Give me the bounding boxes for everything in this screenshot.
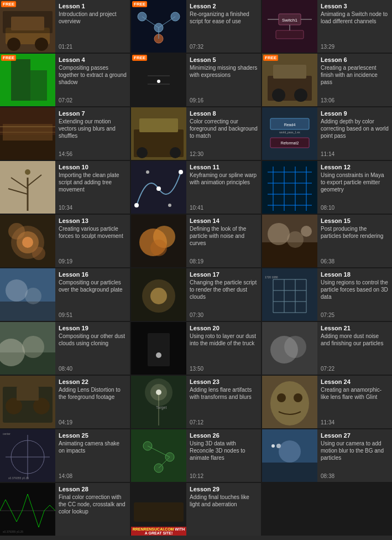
lesson-thumbnail-28: x0.379355 y0.25 <box>0 483 55 536</box>
lesson-duration: 08:10 <box>321 205 389 211</box>
lesson-item-7[interactable]: Lesson 7Extending our motion vectors usi… <box>0 107 130 160</box>
lesson-item-8[interactable]: Lesson 8Color correcting our foreground … <box>131 107 261 160</box>
lesson-info-9: Lesson 9Adding depth by color correcting… <box>317 107 392 160</box>
lesson-item-25[interactable]: x0.379355 y0.25centerLesson 25Animating … <box>0 429 130 482</box>
svg-point-55 <box>25 169 30 175</box>
lesson-item-14[interactable]: Lesson 14Defining the look of the partic… <box>131 215 261 267</box>
lesson-item-24[interactable]: Lesson 24Creating an anamorphic-like len… <box>262 376 392 428</box>
lesson-duration: 14:56 <box>59 151 127 157</box>
lesson-number: Lesson 28 <box>59 486 127 492</box>
svg-text:1720 1080: 1720 1080 <box>265 276 278 279</box>
svg-point-74 <box>22 237 33 248</box>
lesson-item-9[interactable]: Read4world_pass_1.exReformat2Lesson 9Add… <box>262 107 392 160</box>
lesson-item-10[interactable]: Lesson 10Importing the clean plate scrip… <box>0 161 130 214</box>
lesson-item-22[interactable]: Lesson 22Adding Lens Distortion to the f… <box>0 376 130 428</box>
lesson-info-11: Lesson 11Keyframing our spline warp with… <box>186 161 261 214</box>
svg-point-61 <box>168 204 171 207</box>
lesson-number: Lesson 26 <box>190 432 258 439</box>
lesson-thumbnail-2: FREE <box>131 0 186 53</box>
lesson-title: Re-organizing a finished script for ease… <box>190 11 258 42</box>
svg-point-125 <box>270 381 309 425</box>
svg-point-109 <box>156 352 161 358</box>
lesson-item-5[interactable]: FREELesson 5Minimizing missing shaders w… <box>131 54 261 106</box>
lesson-item-4[interactable]: FREELesson 4Compositing passes together … <box>0 54 130 106</box>
lesson-title: Compositing our particles over the backg… <box>59 279 127 310</box>
lesson-number: Lesson 12 <box>321 164 389 170</box>
lesson-thumbnail-24 <box>262 376 317 428</box>
lesson-item-11[interactable]: Lesson 11Keyframing our spline warp with… <box>131 161 261 214</box>
svg-rect-108 <box>148 333 170 366</box>
svg-point-84 <box>287 231 304 248</box>
lesson-item-19[interactable]: Lesson 19Compositing our other dust clou… <box>0 322 130 375</box>
lesson-info-25: Lesson 25Animating camera shake on impac… <box>55 429 130 482</box>
lesson-info-24: Lesson 24Creating an anamorphic-like len… <box>317 376 392 428</box>
lesson-item-2[interactable]: FREELesson 2Re-organizing a finished scr… <box>131 0 261 53</box>
lesson-number: Lesson 15 <box>321 217 389 224</box>
svg-point-75 <box>8 223 25 240</box>
lesson-thumbnail-26 <box>131 429 186 482</box>
lesson-number: Lesson 2 <box>190 3 258 9</box>
lesson-item-18[interactable]: 1720 1080Lesson 18Using regions to contr… <box>262 268 392 321</box>
lesson-item-6[interactable]: FREELesson 6Creating a pearlescent finis… <box>262 54 392 106</box>
lesson-title: Using regions to control the particle fo… <box>321 279 389 310</box>
lesson-item-3[interactable]: Switch1Lesson 3Animating a Switch node t… <box>262 0 392 53</box>
lesson-item-1[interactable]: FREELesson 1Introduction and project ove… <box>0 0 130 53</box>
svg-point-92 <box>150 288 167 304</box>
lesson-title: Using our camera to add motion blur to t… <box>321 440 389 471</box>
lesson-title: Compositing our other dust clouds using … <box>59 333 127 364</box>
lesson-thumbnail-3: Switch1 <box>262 0 317 53</box>
lesson-info-19: Lesson 19Compositing our other dust clou… <box>55 322 130 375</box>
svg-rect-5 <box>3 11 53 33</box>
lesson-info-23: Lesson 23Adding lens flare artifacts wit… <box>186 376 261 428</box>
svg-text:x0.379355 y0.25: x0.379355 y0.25 <box>3 530 23 533</box>
lesson-duration: 08:19 <box>190 258 258 264</box>
lesson-duration: 04:19 <box>59 419 127 425</box>
lesson-number: Lesson 24 <box>321 378 389 385</box>
lesson-title: Adding final touches like light and aber… <box>190 494 258 531</box>
lesson-item-20[interactable]: Lesson 20Using roto to layer our dust in… <box>131 322 261 375</box>
free-badge: FREE <box>1 55 16 61</box>
lesson-thumbnail-10 <box>0 161 55 214</box>
lesson-number: Lesson 25 <box>59 432 127 439</box>
lesson-item-29[interactable]: RRENRENSUCAI.COM WITH A GREAT SITE!Lesso… <box>131 483 261 536</box>
lesson-title: Animating a Switch node to load differen… <box>321 11 389 42</box>
svg-point-3 <box>7 38 20 51</box>
lesson-number: Lesson 20 <box>190 325 258 331</box>
svg-point-26 <box>157 80 160 83</box>
lesson-title: Changing the particle script to render t… <box>190 279 258 310</box>
svg-point-58 <box>156 186 161 191</box>
lesson-item-21[interactable]: Lesson 21Adding more dust noise and fini… <box>262 322 392 375</box>
svg-rect-62 <box>262 161 317 214</box>
lesson-item-27[interactable]: Lesson 27Using our camera to add motion … <box>262 429 392 482</box>
lesson-item-12[interactable]: Lesson 12Using constraints in Maya to ex… <box>262 161 392 214</box>
svg-point-88 <box>6 279 28 302</box>
lesson-title: Color correcting our foreground and back… <box>190 118 258 149</box>
svg-point-57 <box>134 203 139 207</box>
lesson-item-23[interactable]: TargetLesson 23Adding lens flare artifac… <box>131 376 261 428</box>
lesson-number: Lesson 18 <box>321 271 389 278</box>
lesson-item-26[interactable]: Lesson 26Using 3D data with Reconcile 3D… <box>131 429 261 482</box>
lesson-thumbnail-27 <box>262 429 317 482</box>
lesson-duration: 09:19 <box>59 258 127 264</box>
svg-point-89 <box>25 288 41 304</box>
lesson-info-29: Lesson 29Adding final touches like light… <box>186 483 261 536</box>
lesson-duration: 13:06 <box>321 97 389 103</box>
lesson-number: Lesson 4 <box>59 56 127 63</box>
lesson-title: Adding more dust noise and finishing our… <box>321 333 389 364</box>
lesson-title: Adding depth by color correcting based o… <box>321 118 389 149</box>
lesson-item-17[interactable]: Lesson 17Changing the particle script to… <box>131 268 261 321</box>
lesson-duration: 07:32 <box>190 44 258 50</box>
lesson-info-20: Lesson 20Using roto to layer our dust in… <box>186 322 261 375</box>
lesson-title: Defining the look of the particle with n… <box>190 225 258 257</box>
lesson-number: Lesson 17 <box>190 271 258 278</box>
lesson-item-13[interactable]: Lesson 13Creating various particle force… <box>0 215 130 267</box>
lesson-item-28[interactable]: x0.379355 y0.25Lesson 28Final color corr… <box>0 483 130 536</box>
lesson-title: Creating various particle forces to scul… <box>59 225 127 257</box>
lesson-item-15[interactable]: Lesson 15Post producing the particles be… <box>262 215 392 267</box>
lesson-item-16[interactable]: Lesson 16Compositing our particles over … <box>0 268 130 321</box>
lesson-title: Adding Lens Distortion to the foreground… <box>59 386 127 418</box>
svg-rect-17 <box>276 30 304 39</box>
lesson-title: Creating a pearlescent finish with an in… <box>321 64 389 96</box>
svg-point-32 <box>294 89 307 102</box>
lesson-title: Using 3D data with Reconcile 3D nodes to… <box>190 440 258 471</box>
